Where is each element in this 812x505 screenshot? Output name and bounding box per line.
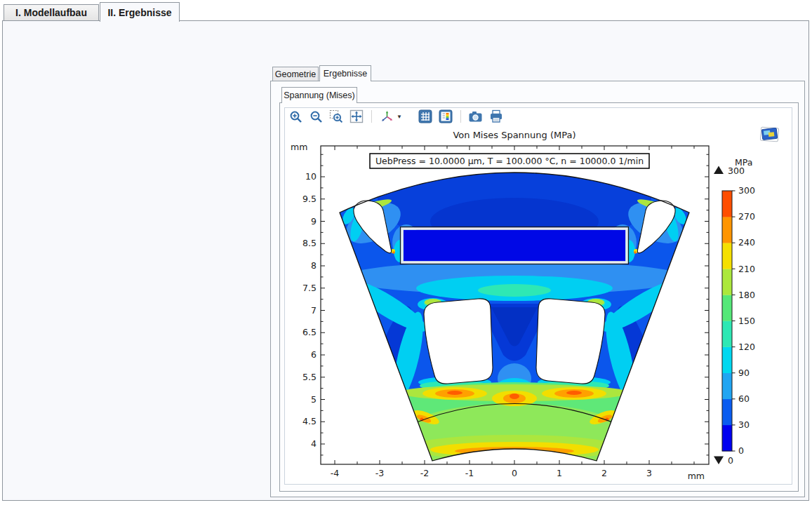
flux-barrier-left xyxy=(424,299,493,384)
tab-spannung-mises[interactable]: Spannung (Mises) xyxy=(281,87,357,103)
svg-text:60: 60 xyxy=(738,393,750,404)
tab-modellaufbau-label: I. Modellaufbau xyxy=(15,7,87,18)
svg-text:7.5: 7.5 xyxy=(302,283,317,293)
svg-text:210: 210 xyxy=(738,264,755,274)
svg-text:180: 180 xyxy=(738,290,755,300)
colorbar-max-label: 300 xyxy=(728,166,745,176)
tab-geometrie[interactable]: Geometrie xyxy=(272,67,319,81)
svg-text:4.5: 4.5 xyxy=(302,416,317,426)
x-axis-unit: mm xyxy=(688,471,705,481)
zoom-extents-icon[interactable] xyxy=(349,109,364,124)
grid-icon[interactable] xyxy=(418,109,433,124)
stress-plot: Von Mises Spannung (MPa) mm mm -4-3-2-10… xyxy=(285,126,792,484)
svg-text:30: 30 xyxy=(738,419,750,430)
tab-geometrie-label: Geometrie xyxy=(275,69,316,79)
svg-text:2: 2 xyxy=(601,468,607,478)
svg-text:1: 1 xyxy=(557,468,562,478)
tab-spannung-mises-label: Spannung (Mises) xyxy=(284,90,354,100)
svg-text:9.5: 9.5 xyxy=(302,194,317,204)
svg-text:-3: -3 xyxy=(375,468,384,478)
print-icon[interactable] xyxy=(488,109,504,124)
zoom-in-icon[interactable] xyxy=(288,109,303,124)
svg-text:8.5: 8.5 xyxy=(302,238,317,248)
svg-text:0: 0 xyxy=(738,445,744,456)
svg-text:0: 0 xyxy=(512,468,517,478)
svg-text:8: 8 xyxy=(311,260,317,271)
plot-title: Von Mises Spannung (MPa) xyxy=(453,130,575,140)
tab-ergebnisse-main[interactable]: II. Ergebnisse xyxy=(100,2,180,22)
svg-text:270: 270 xyxy=(738,211,755,222)
min-marker-icon xyxy=(714,457,724,465)
flux-barrier-right xyxy=(536,299,605,384)
tab-ergebnisse-label: Ergebnisse xyxy=(324,69,368,79)
svg-text:-2: -2 xyxy=(420,468,429,478)
svg-text:300: 300 xyxy=(738,185,755,196)
view-orientation-dropdown-caret[interactable]: ▼ xyxy=(397,114,402,120)
tab-ergebnisse[interactable]: Ergebnisse xyxy=(319,65,371,81)
svg-text:90: 90 xyxy=(738,368,750,378)
max-marker-icon xyxy=(714,166,724,175)
x-axis-tick-labels: -4-3-2-10123 xyxy=(331,468,652,478)
magnet-slot xyxy=(401,227,629,264)
svg-text:7: 7 xyxy=(311,305,317,316)
zoom-box-icon[interactable] xyxy=(328,109,344,124)
svg-text:240: 240 xyxy=(738,237,755,248)
colorbar: 0306090120150180210240270300 xyxy=(722,185,755,456)
tab-ergebnisse-main-label: II. Ergebnisse xyxy=(107,7,171,18)
svg-text:-4: -4 xyxy=(331,468,340,478)
view-orientation-icon[interactable] xyxy=(379,109,394,124)
annotation-text: UebPress = 10.0000 µm, T = 100.000 °C, n… xyxy=(375,156,644,166)
svg-text:9: 9 xyxy=(311,216,317,227)
zoom-out-icon[interactable] xyxy=(308,109,324,124)
toolbar-separator xyxy=(460,110,461,123)
color-legend-icon[interactable] xyxy=(438,109,453,124)
svg-text:3: 3 xyxy=(646,468,652,478)
svg-text:6: 6 xyxy=(311,349,317,360)
annotation-box: UebPress = 10.0000 µm, T = 100.000 °C, n… xyxy=(370,154,649,168)
svg-text:10: 10 xyxy=(305,171,317,182)
plot-thumbnail-icon[interactable] xyxy=(760,127,778,142)
snapshot-icon[interactable] xyxy=(468,109,484,124)
svg-text:120: 120 xyxy=(738,342,755,352)
svg-text:5.5: 5.5 xyxy=(302,372,317,382)
svg-text:-1: -1 xyxy=(465,468,474,478)
svg-text:6.5: 6.5 xyxy=(302,327,317,337)
app-window: I. Modellaufbau II. Ergebnisse i Letzte … xyxy=(0,0,812,505)
y-axis-tick-labels: 109.598.587.576.565.554.54 xyxy=(302,171,317,449)
y-axis-unit: mm xyxy=(291,142,307,152)
svg-text:5: 5 xyxy=(311,394,317,405)
colorbar-min-label: 0 xyxy=(728,455,733,466)
graphics-toolbar: ▼ xyxy=(288,107,504,126)
svg-text:150: 150 xyxy=(738,316,755,326)
svg-text:4: 4 xyxy=(311,438,317,449)
tab-modellaufbau[interactable]: I. Modellaufbau xyxy=(4,4,99,21)
toolbar-separator xyxy=(371,110,372,123)
